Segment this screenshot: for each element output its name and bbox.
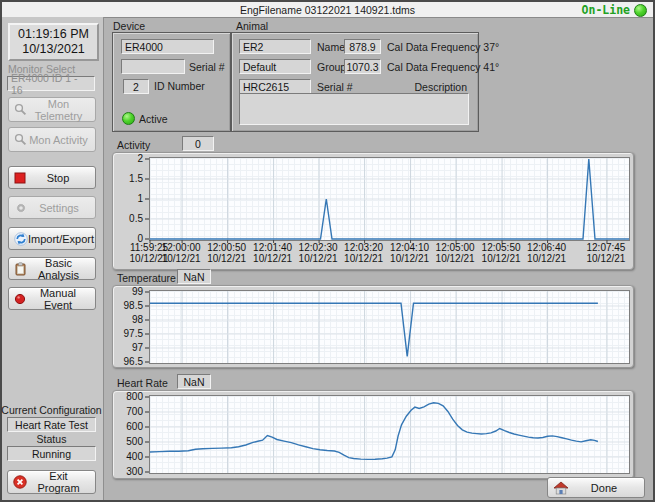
current-configuration-value: Heart Rate Test	[7, 417, 96, 432]
magnifier-icon	[14, 133, 27, 146]
title-bar: EngFilename 03122021 140921.tdms On-Line	[2, 2, 653, 18]
mon-activity-label: Mon Activity	[27, 134, 90, 146]
x-tick-label: 12:07:4510/12/21	[586, 242, 625, 264]
y-tick-label: 300	[126, 466, 143, 477]
active-label: Active	[139, 113, 168, 125]
activity-chart: 00.511.52 11:59:2510/12/2112:00:0010/12/…	[112, 152, 634, 270]
activity-chart-title: Activity	[117, 139, 150, 151]
y-tick-label: 500	[126, 436, 143, 447]
temperature-chart-title: Temperature	[117, 272, 176, 284]
x-tick-label: 12:02:3010/12/21	[299, 242, 338, 264]
import-export-label: Import/Export	[28, 233, 94, 245]
animal-name-field[interactable]: ER2	[239, 39, 311, 54]
clock-time: 01:19:16 PM	[18, 27, 89, 42]
cal-frequency-41-field: 1070.3	[344, 59, 381, 74]
y-tick-label: 0.5	[129, 213, 143, 224]
manual-event-button[interactable]: Manual Event	[8, 287, 96, 310]
device-id-label: ID Number	[154, 80, 205, 92]
x-tick-label: 12:00:5010/12/21	[207, 242, 246, 264]
x-tick-label: 12:06:4010/12/21	[527, 242, 566, 264]
activity-y-axis: 00.511.52	[113, 157, 143, 239]
y-tick-label: 98.5	[124, 300, 143, 311]
active-led-icon	[122, 112, 135, 125]
import-export-button[interactable]: Import/Export	[8, 227, 96, 250]
settings-button[interactable]: Settings	[8, 196, 96, 219]
exit-program-button[interactable]: Exit Program	[7, 470, 96, 494]
temperature-value-box: NaN	[177, 269, 211, 284]
filename-title: EngFilename 03122021 140921.tdms	[240, 4, 415, 16]
animal-group-title: Animal	[236, 20, 268, 32]
sync-arrows-icon	[14, 232, 28, 246]
online-status-label: On-Line	[582, 3, 630, 17]
heart-rate-value-box: NaN	[177, 374, 211, 389]
record-dot-icon	[14, 293, 26, 305]
description-field[interactable]	[239, 93, 469, 125]
animal-name-label: Name	[317, 41, 345, 53]
basic-analysis-label: Basic Analysis	[27, 257, 90, 281]
x-tick-label: 12:05:5010/12/21	[482, 242, 521, 264]
y-tick-label: 800	[126, 391, 143, 402]
y-tick-label: 98	[132, 314, 143, 325]
device-serial-label: Serial #	[189, 61, 225, 73]
temperature-chart: 96.59797.59898.599	[112, 285, 634, 368]
done-button[interactable]: Done	[547, 477, 645, 498]
y-tick-label: 99	[132, 286, 143, 297]
x-tick-label: 12:01:4010/12/21	[253, 242, 292, 264]
animal-group-label: Group	[317, 61, 346, 73]
monitor-select-field[interactable]: ER4000 ID 1 - 16	[7, 76, 95, 91]
heart-rate-chart: 300400500600700800	[112, 390, 634, 479]
app-window: EngFilename 03122021 140921.tdms On-Line…	[0, 0, 655, 502]
animal-serial-label: Serial #	[317, 81, 353, 93]
stop-button[interactable]: Stop	[8, 166, 96, 189]
temperature-y-axis: 96.59797.59898.599	[113, 290, 143, 362]
clock-display: 01:19:16 PM 10/13/2021	[8, 23, 99, 61]
cal-frequency-37-field: 878.9	[344, 39, 381, 54]
y-tick-label: 97	[132, 342, 143, 353]
clipboard-icon	[14, 262, 27, 276]
heart-rate-y-axis: 300400500600700800	[113, 395, 143, 472]
status-label: Status	[0, 433, 103, 445]
y-tick-label: 700	[126, 406, 143, 417]
y-tick-label: 1	[137, 193, 143, 204]
done-label: Done	[569, 482, 639, 494]
y-tick-label: 400	[126, 451, 143, 462]
device-model-field[interactable]: ER4000	[121, 39, 214, 54]
y-tick-label: 2	[137, 153, 143, 164]
exit-program-label: Exit Program	[27, 470, 90, 494]
stop-label: Stop	[26, 172, 90, 184]
device-serial-field[interactable]	[121, 59, 185, 74]
device-group-title: Device	[113, 20, 145, 32]
activity-plot	[149, 157, 630, 241]
mon-telemetry-button[interactable]: Mon Telemetry	[8, 97, 96, 122]
activity-value-box: 0	[182, 136, 214, 151]
basic-analysis-button[interactable]: Basic Analysis	[8, 257, 96, 280]
manual-event-label: Manual Event	[26, 287, 90, 311]
heart-rate-chart-title: Heart Rate	[117, 377, 168, 389]
status-value: Running	[7, 446, 96, 461]
mon-telemetry-label: Mon Telemetry	[27, 98, 90, 122]
home-icon	[553, 481, 569, 495]
mon-activity-button[interactable]: Mon Activity	[8, 127, 96, 152]
clock-date: 10/13/2021	[22, 42, 85, 57]
gear-icon	[14, 201, 28, 215]
y-tick-label: 1.5	[129, 173, 143, 184]
temperature-plot	[149, 290, 630, 364]
description-label: Description	[400, 81, 467, 93]
animal-group-field[interactable]: Default	[239, 59, 311, 74]
settings-label: Settings	[28, 202, 90, 214]
x-tick-label: 12:04:1010/12/21	[390, 242, 429, 264]
cal-frequency-41-label: Cal Data Frequency 41°	[387, 61, 499, 73]
device-id-field[interactable]: 2	[123, 79, 149, 94]
close-x-circle-icon	[13, 475, 27, 489]
heart-rate-plot	[149, 395, 630, 474]
y-tick-label: 600	[126, 421, 143, 432]
x-tick-label: 12:00:0010/12/21	[162, 242, 201, 264]
magnifier-icon	[14, 103, 27, 116]
y-tick-label: 96.5	[124, 356, 143, 367]
x-tick-label: 12:05:0010/12/21	[436, 242, 475, 264]
animal-serial-field[interactable]: HRC2615	[239, 79, 311, 94]
current-configuration-label: Current Configuration	[0, 404, 103, 416]
stop-square-icon	[14, 172, 26, 184]
online-led-icon	[634, 4, 647, 17]
y-tick-label: 97.5	[124, 328, 143, 339]
